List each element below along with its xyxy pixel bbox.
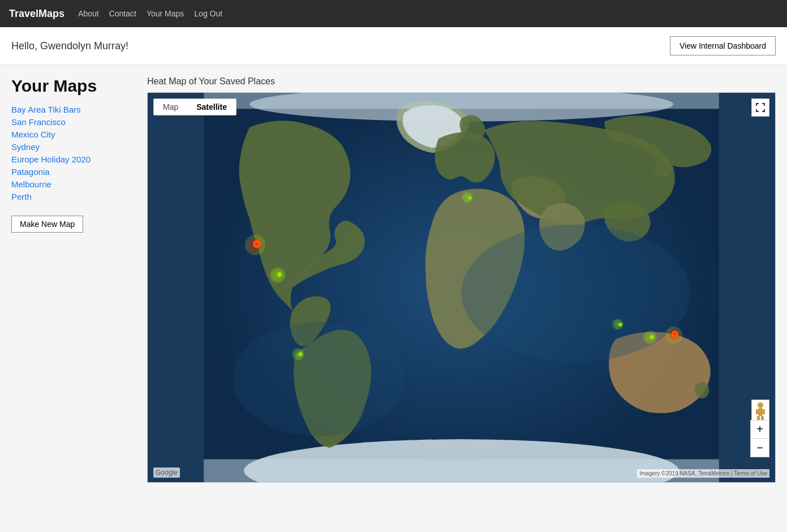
svg-point-3: [462, 225, 691, 362]
nav-about[interactable]: About: [78, 9, 99, 18]
brand-logo: TravelMaps: [9, 8, 64, 20]
fullscreen-icon: [755, 102, 766, 113]
map-container[interactable]: Map Satellite: [147, 92, 776, 483]
map-link-perth[interactable]: Perth: [11, 192, 32, 201]
map-link-melbourne[interactable]: Melbourne: [11, 179, 51, 189]
navbar: TravelMaps About Contact Your Maps Log O…: [0, 0, 787, 27]
list-item: Perth: [11, 192, 136, 202]
list-item: Europe Holiday 2020: [11, 155, 136, 165]
map-link-sydney[interactable]: Sydney: [11, 142, 40, 152]
list-item: Sydney: [11, 142, 136, 152]
list-item: Mexico City: [11, 130, 136, 140]
list-item: Patagonia: [11, 167, 136, 177]
list-item: Melbourne: [11, 179, 136, 190]
new-map-button[interactable]: Make New Map: [11, 216, 83, 233]
map-title: Heat Map of Your Saved Places: [147, 76, 776, 87]
nav-your-maps[interactable]: Your Maps: [147, 9, 184, 18]
svg-rect-11: [756, 409, 758, 414]
nav-logout[interactable]: Log Out: [194, 9, 222, 18]
map-tabs: Map Satellite: [153, 98, 236, 115]
map-link-mexico-city[interactable]: Mexico City: [11, 130, 55, 139]
world-map-svg: [148, 93, 775, 482]
svg-rect-5: [204, 93, 719, 109]
map-link-patagonia[interactable]: Patagonia: [11, 167, 50, 177]
list-item: Bay Area Tiki Bars: [11, 105, 136, 115]
sidebar-title: Your Maps: [11, 76, 136, 96]
map-area: Heat Map of Your Saved Places: [147, 76, 776, 529]
map-link-bay-area[interactable]: Bay Area Tiki Bars: [11, 105, 81, 114]
tab-map[interactable]: Map: [154, 99, 187, 115]
svg-point-4: [233, 322, 405, 436]
list-item: San Francisco: [11, 117, 136, 127]
map-list: Bay Area Tiki Bars San Francisco Mexico …: [11, 105, 136, 202]
nav-links: About Contact Your Maps Log Out: [78, 9, 222, 18]
svg-rect-8: [758, 408, 763, 416]
tab-satellite[interactable]: Satellite: [187, 99, 236, 115]
svg-rect-12: [763, 409, 765, 414]
google-logo: Google: [153, 467, 180, 478]
map-attribution: Imagery ©2019 NASA, TerraMetrics | Terms…: [637, 469, 769, 478]
zoom-controls: + −: [750, 420, 769, 457]
svg-point-7: [758, 402, 763, 408]
map-link-san-francisco[interactable]: San Francisco: [11, 117, 66, 127]
zoom-out-button[interactable]: −: [751, 439, 769, 457]
greeting: Hello, Gwendolyn Murray!: [11, 40, 128, 52]
zoom-in-button[interactable]: +: [751, 421, 769, 439]
fullscreen-button[interactable]: [751, 98, 769, 117]
main-content: Your Maps Bay Area Tiki Bars San Francis…: [0, 65, 787, 532]
map-link-europe[interactable]: Europe Holiday 2020: [11, 155, 91, 164]
header-row: Hello, Gwendolyn Murray! View Internal D…: [0, 27, 787, 65]
sidebar: Your Maps Bay Area Tiki Bars San Francis…: [11, 76, 136, 529]
dashboard-button[interactable]: View Internal Dashboard: [670, 36, 776, 55]
nav-contact[interactable]: Contact: [109, 9, 136, 18]
